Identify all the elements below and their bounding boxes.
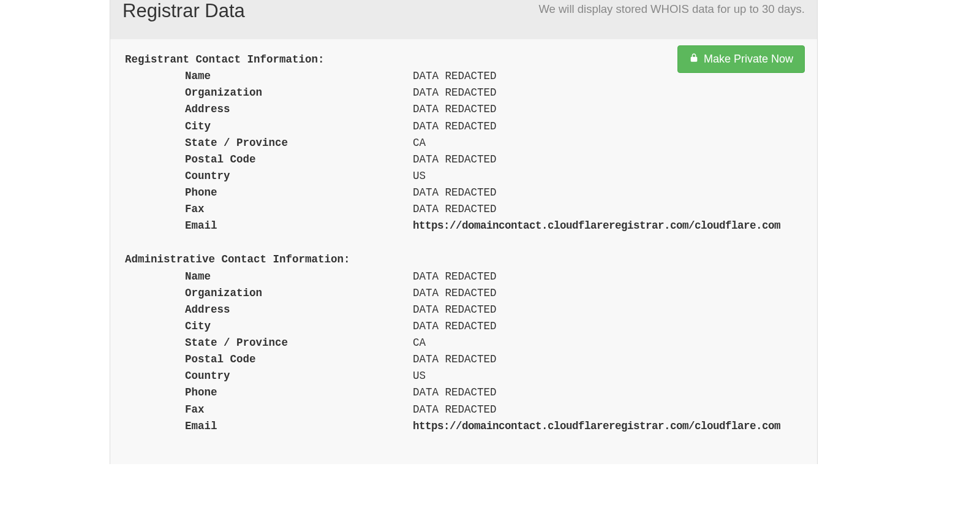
contact-row: Organization DATA REDACTED xyxy=(125,285,802,302)
admin-postal-value: DATA REDACTED xyxy=(413,351,497,368)
contact-row: Fax DATA REDACTED xyxy=(125,201,802,218)
registrant-state-label: State / Province xyxy=(125,135,413,151)
admin-state-value: CA xyxy=(413,335,426,351)
registrant-address-value: DATA REDACTED xyxy=(413,101,497,118)
contact-row: Fax DATA REDACTED xyxy=(125,402,802,418)
contact-row: Address DATA REDACTED xyxy=(125,302,802,318)
lock-icon xyxy=(689,52,699,66)
admin-phone-label: Phone xyxy=(125,384,413,401)
contact-row: Address DATA REDACTED xyxy=(125,101,802,118)
contact-row: Name DATA REDACTED xyxy=(125,68,677,85)
admin-contact-section: Administrative Contact Information: Name… xyxy=(125,251,802,434)
registrant-organization-value: DATA REDACTED xyxy=(413,85,497,101)
admin-email-label: Email xyxy=(125,418,413,435)
whois-notice: We will display stored WHOIS data for up… xyxy=(538,2,805,16)
admin-organization-value: DATA REDACTED xyxy=(413,285,497,302)
registrant-email-label: Email xyxy=(125,218,413,234)
contact-row: State / Province CA xyxy=(125,335,802,351)
page-title: Registrar Data xyxy=(123,0,245,22)
contact-row: Phone DATA REDACTED xyxy=(125,185,802,201)
registrant-country-value: US xyxy=(413,168,426,185)
registrant-country-label: Country xyxy=(125,168,413,185)
registrant-postal-label: Postal Code xyxy=(125,151,413,168)
make-private-label: Make Private Now xyxy=(704,53,793,66)
contact-row: Email https://domaincontact.cloudflarere… xyxy=(125,218,802,234)
registrant-name-value: DATA REDACTED xyxy=(413,68,497,85)
contact-row: Postal Code DATA REDACTED xyxy=(125,151,802,168)
admin-city-label: City xyxy=(125,318,413,335)
registrant-state-value: CA xyxy=(413,135,426,151)
admin-city-value: DATA REDACTED xyxy=(413,318,497,335)
admin-postal-label: Postal Code xyxy=(125,351,413,368)
registrant-postal-value: DATA REDACTED xyxy=(413,151,497,168)
registrant-phone-value: DATA REDACTED xyxy=(413,185,497,201)
make-private-button[interactable]: Make Private Now xyxy=(677,45,805,73)
contact-row: Postal Code DATA REDACTED xyxy=(125,351,802,368)
contact-row: Country US xyxy=(125,368,802,384)
contact-row: Name DATA REDACTED xyxy=(125,269,802,285)
admin-name-label: Name xyxy=(125,269,413,285)
whois-body: Registrant Contact Information: Name DAT… xyxy=(110,39,817,464)
admin-address-value: DATA REDACTED xyxy=(413,302,497,318)
admin-state-label: State / Province xyxy=(125,335,413,351)
admin-organization-label: Organization xyxy=(125,285,413,302)
admin-email-value: https://domaincontact.cloudflareregistra… xyxy=(413,418,780,435)
main-container: Registrar Data We will display stored WH… xyxy=(110,0,818,464)
registrant-fax-label: Fax xyxy=(125,201,413,218)
registrant-email-value: https://domaincontact.cloudflareregistra… xyxy=(413,218,780,234)
contact-row: Country US xyxy=(125,168,802,185)
admin-country-label: Country xyxy=(125,368,413,384)
contact-row: Phone DATA REDACTED xyxy=(125,384,802,401)
header-section: Registrar Data We will display stored WH… xyxy=(110,0,817,39)
admin-heading: Administrative Contact Information: xyxy=(125,251,802,268)
admin-fax-value: DATA REDACTED xyxy=(413,402,497,418)
registrant-city-value: DATA REDACTED xyxy=(413,118,497,135)
registrant-organization-label: Organization xyxy=(125,85,413,101)
registrant-city-label: City xyxy=(125,118,413,135)
contact-row: State / Province CA xyxy=(125,135,802,151)
admin-address-label: Address xyxy=(125,302,413,318)
registrant-address-label: Address xyxy=(125,101,413,118)
registrant-contact-section: Registrant Contact Information: Name DAT… xyxy=(125,51,802,234)
registrant-name-label: Name xyxy=(125,68,413,85)
contact-row: City DATA REDACTED xyxy=(125,118,802,135)
header-top: Registrar Data We will display stored WH… xyxy=(123,0,805,22)
admin-country-value: US xyxy=(413,368,426,384)
registrant-fax-value: DATA REDACTED xyxy=(413,201,497,218)
admin-phone-value: DATA REDACTED xyxy=(413,384,497,401)
contact-row: Organization DATA REDACTED xyxy=(125,85,802,101)
registrant-phone-label: Phone xyxy=(125,185,413,201)
admin-fax-label: Fax xyxy=(125,402,413,418)
admin-name-value: DATA REDACTED xyxy=(413,269,497,285)
contact-row: City DATA REDACTED xyxy=(125,318,802,335)
contact-row: Email https://domaincontact.cloudflarere… xyxy=(125,418,802,435)
